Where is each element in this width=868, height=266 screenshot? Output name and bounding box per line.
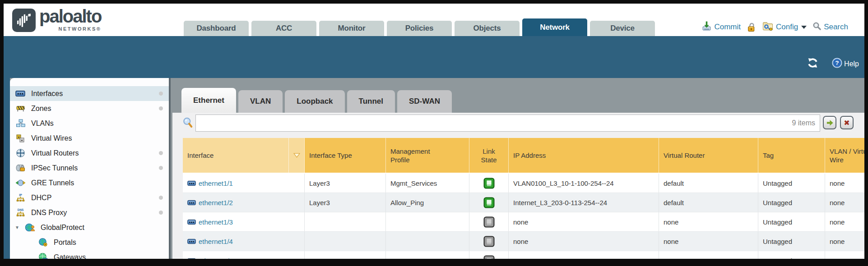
tab-monitor[interactable]: Monitor [319, 21, 384, 36]
cell-tag: Untagged [758, 251, 825, 259]
tab-policies[interactable]: Policies [387, 21, 452, 36]
cell-profile: Allow_Ping [386, 193, 469, 212]
config-icon [762, 21, 774, 33]
sidebar-item-zones[interactable]: Zones [10, 101, 169, 116]
sidebar-item-gateways[interactable]: Gateways [10, 250, 169, 259]
red-x-icon: ✖ [844, 119, 849, 127]
item-dot [159, 151, 163, 155]
column-menu-button[interactable] [289, 138, 305, 173]
link-up-icon [483, 178, 495, 189]
sidebar-item-portals[interactable]: Portals [10, 235, 169, 250]
subtab-vlan[interactable]: VLAN [238, 90, 283, 113]
cell-ip: Internet_L3_203-0-113-254--24 [509, 193, 659, 212]
sort-triangle-icon [293, 153, 300, 158]
clear-filter-button[interactable]: ✖ [840, 116, 854, 129]
tab-objects[interactable]: Objects [455, 21, 520, 36]
ethernet-port-icon [187, 258, 196, 259]
cell-tag: Untagged [758, 212, 825, 231]
lock-icon[interactable] [747, 22, 756, 32]
tab-device[interactable]: Device [590, 21, 655, 36]
green-arrow-icon [826, 119, 834, 127]
cell-link-state [469, 251, 509, 259]
interface-link[interactable]: ethernet1/4 [187, 238, 233, 245]
zones-icon [15, 104, 26, 113]
filter-field: 9 items [195, 115, 820, 132]
col-ip-address[interactable]: IP Address [509, 138, 659, 173]
config-menu[interactable]: Config [762, 21, 807, 33]
top-bar: paloalto NETWORKS® Dashboard ACC Monitor… [4, 4, 864, 36]
virtual-wires-icon [15, 134, 26, 143]
refresh-icon[interactable] [807, 57, 818, 70]
cell-type: Layer3 [305, 174, 386, 193]
paloalto-logo-icon [12, 9, 36, 32]
col-link-state[interactable]: Link State [469, 138, 509, 173]
col-interface[interactable]: Interface [183, 138, 289, 173]
help-icon: ? [832, 58, 842, 70]
subtab-tunnel[interactable]: Tunnel [347, 90, 395, 113]
ethernet-panel: 9 items ✖ Interface [172, 113, 864, 259]
item-dot [159, 166, 163, 170]
ethernet-port-icon [187, 219, 196, 225]
item-count: 9 items [792, 119, 820, 127]
tab-dashboard[interactable]: Dashboard [184, 21, 249, 36]
subtab-loopback[interactable]: Loopback [285, 90, 344, 113]
svg-text:?: ? [835, 60, 839, 66]
sidebar-item-dns-proxy[interactable]: DNS DNS Proxy [10, 205, 169, 220]
tab-network[interactable]: Network [522, 18, 587, 36]
table-row: ethernet1/2 Layer3 Allow_Ping Internet_L… [183, 193, 864, 212]
cell-tag: Untagged [758, 232, 825, 251]
cell-vrouter: none [659, 232, 758, 251]
cell-profile [386, 232, 469, 251]
filter-search-icon [182, 117, 194, 131]
chevron-down-icon [801, 26, 807, 29]
cell-type [305, 251, 386, 259]
sidebar-item-globalprotect[interactable]: ▼ GlobalProtect [10, 220, 169, 235]
app-window: paloalto NETWORKS® Dashboard ACC Monitor… [4, 4, 864, 259]
col-vlan-wire[interactable]: VLAN / Virtual Wire [825, 138, 864, 173]
col-tag[interactable]: Tag [758, 138, 825, 173]
global-search[interactable]: Search [812, 22, 848, 33]
subtab-ethernet[interactable]: Ethernet [181, 88, 236, 113]
sidebar-item-interfaces[interactable]: Interfaces [10, 86, 169, 101]
table-row: ethernet1/3 none none Untagged none [183, 212, 864, 232]
sidebar-item-gre-tunnels[interactable]: GRE Tunnels [10, 175, 169, 190]
cell-vrouter: default [659, 174, 758, 193]
cell-type [305, 232, 386, 251]
interface-link[interactable]: ethernet1/1 [187, 179, 233, 187]
interface-link[interactable]: ethernet1/2 [187, 199, 233, 206]
sidebar-item-virtual-wires[interactable]: Virtual Wires [10, 131, 169, 146]
col-interface-type[interactable]: Interface Type [305, 138, 386, 173]
virtual-routers-icon [15, 148, 26, 158]
help-button[interactable]: ? Help [832, 58, 859, 70]
item-dot [159, 92, 163, 96]
cell-tag: Untagged [758, 193, 825, 212]
link-down-icon [483, 216, 495, 228]
sidebar-item-vlans[interactable]: VLANs [10, 116, 169, 131]
brand-sub: NETWORKS® [39, 27, 101, 32]
network-sidebar: Interfaces Zones VLANs [10, 78, 171, 259]
tab-acc[interactable]: ACC [251, 21, 316, 36]
col-management-profile[interactable]: Management Profile [386, 138, 469, 173]
sidebar-item-dhcp[interactable]: IP DHCP [10, 190, 169, 205]
interfaces-icon [15, 90, 26, 97]
link-down-icon [483, 255, 495, 259]
left-accent-strip [4, 78, 10, 259]
cell-ip: none [509, 251, 659, 259]
col-virtual-router[interactable]: Virtual Router [659, 138, 758, 173]
sidebar-item-ipsec-tunnels[interactable]: IPSec Tunnels [10, 161, 169, 175]
svg-text:IP: IP [19, 193, 22, 197]
interface-link[interactable]: ethernet1/3 [187, 218, 233, 226]
filter-input[interactable] [196, 115, 792, 131]
interface-link[interactable]: ethernet1/5 [187, 257, 233, 259]
collapse-arrow-icon[interactable]: ▼ [15, 225, 22, 230]
cell-vlan: none [825, 174, 864, 193]
vlans-icon [15, 119, 26, 128]
cell-vrouter: default [659, 193, 758, 212]
main-nav: Dashboard ACC Monitor Policies Objects N… [184, 18, 658, 36]
commit-button[interactable]: Commit [701, 21, 741, 33]
sidebar-item-virtual-routers[interactable]: Virtual Routers [10, 146, 169, 161]
main-content: Ethernet VLAN Loopback Tunnel SD-WAN [172, 78, 864, 259]
svg-text:DNS: DNS [17, 208, 23, 211]
apply-filter-button[interactable] [823, 116, 836, 129]
subtab-sdwan[interactable]: SD-WAN [397, 90, 452, 113]
